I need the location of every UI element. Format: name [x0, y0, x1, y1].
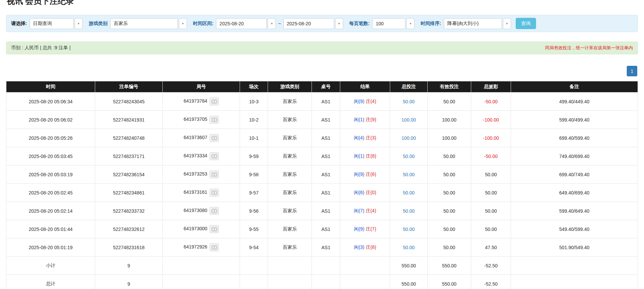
cell-table: AS1	[312, 111, 340, 129]
cell-session: 9-58	[240, 165, 268, 184]
cell-round: 641973784	[163, 93, 240, 111]
cell-time: 2025-08-20 05:02:14	[6, 202, 95, 220]
view-round-button[interactable]	[210, 189, 219, 196]
cell-game-type: 百家乐	[268, 165, 312, 184]
total-bet-link[interactable]: 50.00	[403, 154, 414, 159]
cell-result: 闲(1) 庄(9)	[340, 111, 390, 129]
cell-bet-id: 522748237171	[95, 147, 163, 165]
page: 视讯 会员下注纪录 请选择: ▾ 游戏类别 ▾ 时间区间: ▾ ~ ▾ 每页笔数…	[0, 0, 644, 289]
total-bet-link[interactable]: 100.00	[402, 117, 416, 123]
cell-table: AS1	[312, 93, 340, 111]
chevron-down-icon[interactable]: ▾	[179, 18, 187, 29]
total-total-bet: 550.00	[390, 275, 428, 289]
cell-table: AS1	[312, 238, 340, 257]
cell-bet-id: 522748243045	[95, 93, 163, 111]
date-from-input[interactable]	[216, 18, 267, 29]
cell-round: 641973705	[163, 111, 240, 129]
total-bet-link[interactable]: 50.00	[403, 99, 414, 104]
total-payout: -52.50	[471, 275, 511, 289]
header-bet-id: 注单编号	[95, 81, 163, 93]
cell-game-type: 百家乐	[268, 238, 312, 257]
total-bet-link[interactable]: 100.00	[402, 135, 416, 141]
cell-session: 10-3	[240, 93, 268, 111]
date-to-combo[interactable]: ▾	[284, 18, 343, 29]
cell-time: 2025-08-20 05:01:19	[6, 238, 95, 257]
date-from-combo[interactable]: ▾	[216, 18, 276, 29]
result-player: 闲(9)	[354, 172, 364, 177]
cell-game-type: 百家乐	[268, 147, 312, 165]
range-separator: ~	[278, 21, 281, 26]
view-round-button[interactable]	[210, 116, 219, 124]
total-bet-link[interactable]: 50.00	[403, 227, 414, 232]
chevron-down-icon[interactable]: ▾	[268, 18, 276, 29]
cell-remark: 699.40/599.40	[511, 129, 638, 147]
game-type-input[interactable]	[110, 18, 178, 29]
total-bet-link[interactable]: 50.00	[403, 208, 414, 214]
cell-time: 2025-08-20 05:03:45	[6, 147, 95, 165]
cell-total-bet: 100.00	[390, 111, 428, 129]
header-round: 局号	[163, 81, 240, 93]
game-type-label: 游戏类别	[89, 21, 108, 27]
table-row: 2025-08-20 05:01:44522748232612641973000…	[6, 220, 638, 238]
view-round-button[interactable]	[210, 243, 219, 251]
cell-payout: 50.00	[471, 220, 511, 238]
cards-icon	[211, 172, 217, 177]
per-page-combo[interactable]: ▾	[372, 18, 414, 29]
page-1-button[interactable]: 1	[627, 66, 637, 76]
result-player: 闲(9)	[354, 99, 364, 104]
cell-table: AS1	[312, 184, 340, 202]
table-row: 2025-08-20 05:03:45522748237171641973334…	[6, 147, 638, 165]
cell-remark: 599.40/499.40	[511, 111, 638, 129]
cell-total-bet: 50.00	[390, 93, 428, 111]
sort-order-label: 时间排序:	[421, 21, 441, 27]
view-round-button[interactable]	[210, 98, 219, 105]
sort-order-combo[interactable]: ▾	[444, 18, 511, 29]
filter-bar: 请选择: ▾ 游戏类别 ▾ 时间区间: ▾ ~ ▾ 每页笔数: ▾ 时间排序: …	[6, 15, 638, 32]
subtotal-label: 小计	[6, 257, 95, 275]
query-type-input[interactable]	[30, 18, 74, 29]
cards-icon	[211, 99, 217, 104]
total-bet-link[interactable]: 50.00	[403, 172, 414, 177]
total-count: 9	[95, 275, 163, 289]
date-to-input[interactable]	[284, 18, 334, 29]
header-total-bet: 总投注	[390, 81, 428, 93]
view-round-button[interactable]	[210, 152, 219, 160]
cell-payout: 47.50	[471, 238, 511, 257]
cards-icon	[211, 245, 217, 250]
game-type-combo[interactable]: ▾	[110, 18, 187, 29]
cell-valid-bet: 50.00	[428, 220, 471, 238]
table-row: 2025-08-20 05:06:34522748243045641973784…	[6, 93, 638, 111]
total-bet-link[interactable]: 50.00	[403, 190, 414, 195]
chevron-down-icon[interactable]: ▾	[75, 18, 83, 29]
view-round-button[interactable]	[210, 170, 219, 178]
chevron-down-icon[interactable]: ▾	[406, 18, 414, 29]
cards-icon	[211, 117, 217, 122]
result-player: 闲(9)	[354, 226, 364, 232]
result-player: 闲(6)	[354, 190, 364, 195]
chevron-down-icon[interactable]: ▾	[335, 18, 343, 29]
query-button[interactable]: 查询	[516, 18, 536, 29]
chevron-down-icon[interactable]: ▾	[503, 18, 511, 29]
cell-result: 闲(7) 庄(4)	[340, 202, 390, 220]
cell-result: 闲(9) 庄(7)	[340, 220, 390, 238]
sort-order-input[interactable]	[444, 18, 502, 29]
cell-game-type: 百家乐	[268, 220, 312, 238]
cell-payout: 50.00	[471, 184, 511, 202]
cell-round: 641973000	[163, 220, 240, 238]
cell-remark: 699.40/749.40	[511, 165, 638, 184]
cell-result: 闲(6) 庄(0)	[340, 184, 390, 202]
view-round-button[interactable]	[210, 207, 219, 215]
total-bet-link[interactable]: 50.00	[403, 245, 414, 250]
cell-valid-bet: 50.00	[428, 238, 471, 257]
select-label: 请选择:	[11, 21, 27, 27]
view-round-button[interactable]	[210, 134, 219, 142]
cell-payout: -50.00	[471, 93, 511, 111]
query-type-combo[interactable]: ▾	[30, 18, 83, 29]
header-valid-bet: 有效投注	[428, 81, 471, 93]
cell-time: 2025-08-20 05:05:26	[6, 129, 95, 147]
cell-round: 641973334	[163, 147, 240, 165]
cell-time: 2025-08-20 05:01:44	[6, 220, 95, 238]
per-page-input[interactable]	[372, 18, 405, 29]
view-round-button[interactable]	[210, 225, 219, 233]
result-banker: 庄(8)	[366, 153, 376, 159]
